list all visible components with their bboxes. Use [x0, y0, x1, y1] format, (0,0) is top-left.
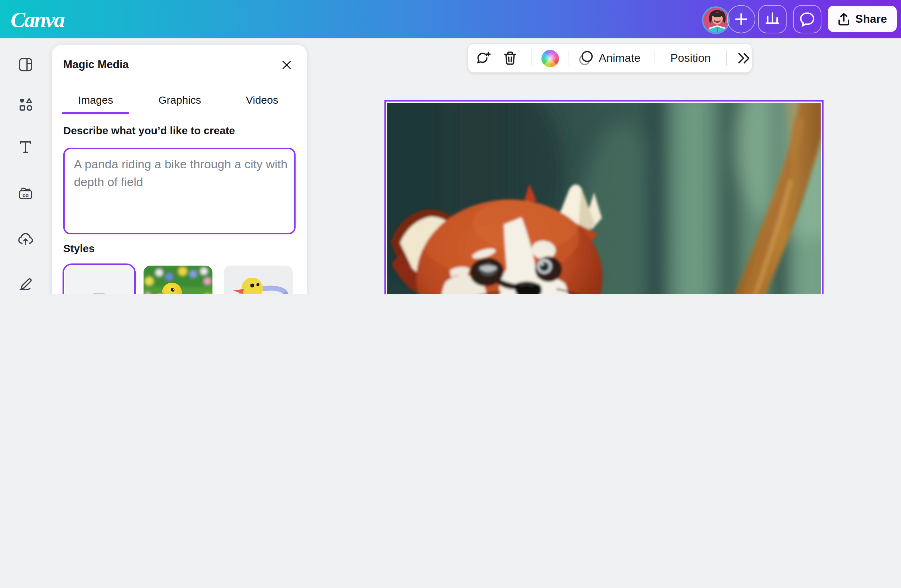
svg-text:co: co	[22, 192, 29, 198]
svg-text:Canva: Canva	[11, 8, 65, 32]
